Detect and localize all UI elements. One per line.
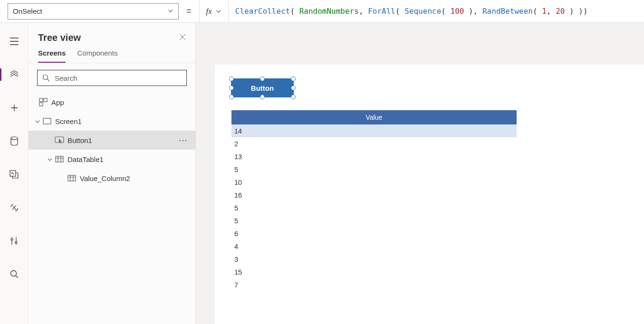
tree-node-app[interactable]: App [29, 93, 195, 112]
table-body: 142135101655643157 [231, 124, 517, 291]
resize-handle-w[interactable] [229, 86, 234, 90]
data-icon[interactable] [0, 131, 29, 151]
formula-token: ( [395, 7, 404, 16]
canvas-screen[interactable]: Button Value 142135101655643157 [215, 65, 644, 324]
property-dropdown[interactable]: OnSelect [8, 3, 179, 19]
table-row[interactable]: 13 [231, 150, 517, 163]
property-name: OnSelect [13, 7, 42, 15]
formula-token: ForAll [368, 7, 395, 16]
formula-token: ( [441, 7, 450, 16]
table-row[interactable]: 4 [231, 240, 517, 253]
formula-token: ) )) [565, 7, 587, 16]
resize-handle-s[interactable] [260, 95, 265, 99]
svg-rect-7 [44, 98, 47, 102]
hamburger-icon[interactable] [0, 31, 29, 51]
tree-node-value-column[interactable]: Value_Column2 [29, 169, 195, 188]
table-row[interactable]: 6 [231, 227, 517, 240]
resize-handle-se[interactable] [291, 95, 296, 99]
tree-view-icon[interactable] [0, 65, 29, 85]
chevron-down-icon[interactable] [46, 155, 54, 163]
table-row[interactable]: 14 [231, 124, 517, 137]
table-row[interactable]: 5 [231, 201, 517, 214]
table-row[interactable]: 7 [231, 278, 517, 291]
tree-node-label: Value_Column2 [80, 174, 188, 182]
table-icon [54, 156, 65, 162]
svg-rect-8 [39, 103, 43, 106]
table-row[interactable]: 2 [231, 137, 517, 150]
formula-token: ), [464, 7, 482, 16]
formula-token: ( [290, 7, 299, 16]
resize-handle-e[interactable] [291, 86, 296, 90]
tree-node-label: Button1 [67, 136, 179, 144]
formula-token: , [359, 7, 368, 16]
tree-view-panel: Tree view Screens Components App [29, 23, 196, 324]
tree-node-screen1[interactable]: Screen1 [29, 112, 195, 131]
svg-rect-12 [68, 175, 76, 181]
formula-token: 20 [556, 7, 565, 16]
formula-token: 1 [542, 7, 547, 16]
table-row[interactable]: 16 [231, 189, 517, 201]
table-row[interactable]: 5 [231, 214, 517, 227]
chevron-down-icon [216, 9, 221, 14]
tab-screens[interactable]: Screens [38, 49, 66, 63]
search-text[interactable] [55, 74, 182, 82]
search-icon [42, 74, 50, 82]
tree-node-button1[interactable]: Button1 ··· [29, 131, 195, 150]
chevron-down-icon[interactable] [33, 117, 42, 125]
tree-node-label: DataTable1 [67, 155, 188, 163]
variables-icon[interactable] [0, 198, 29, 218]
more-icon[interactable]: ··· [179, 136, 188, 144]
formula-bar: OnSelect = fx ClearCollect( RandomNumber… [0, 0, 644, 23]
tree-node-label: App [51, 98, 188, 106]
svg-point-0 [11, 137, 18, 140]
svg-rect-9 [43, 118, 51, 124]
table-row[interactable]: 10 [231, 176, 517, 189]
button-icon [54, 136, 65, 144]
chevron-down-icon [168, 7, 173, 15]
fx-icon: fx [206, 7, 212, 16]
app-icon [38, 98, 48, 106]
selected-control[interactable]: Button [231, 79, 293, 97]
tree-node-datatable1[interactable]: DataTable1 [29, 150, 195, 169]
resize-handle-sw[interactable] [229, 95, 234, 99]
resize-handle-ne[interactable] [291, 76, 296, 81]
table-row[interactable]: 5 [231, 163, 517, 176]
tab-components[interactable]: Components [77, 49, 117, 63]
search-input[interactable] [37, 70, 187, 86]
insert-icon[interactable] [0, 98, 29, 118]
formula-token: ( [533, 7, 542, 16]
tree-node-label: Screen1 [55, 117, 188, 125]
svg-point-2 [11, 238, 13, 240]
search-icon[interactable] [0, 264, 29, 284]
close-icon[interactable] [179, 34, 186, 42]
equals-label: = [179, 6, 199, 16]
formula-token: ClearCollect [235, 7, 290, 16]
resize-handle-nw[interactable] [229, 76, 234, 81]
media-icon[interactable] [0, 164, 29, 184]
column-icon [67, 175, 77, 181]
left-rail [0, 23, 29, 324]
table-row[interactable]: 3 [231, 253, 517, 266]
tree-title: Tree view [38, 32, 81, 43]
formula-input[interactable]: ClearCollect( RandomNumbers, ForAll( Seq… [229, 0, 644, 22]
settings-icon[interactable] [0, 231, 29, 251]
svg-point-4 [10, 271, 16, 276]
formula-token: Sequence [404, 7, 441, 16]
formula-token: 100 [451, 7, 464, 16]
table-row[interactable]: 15 [231, 266, 517, 278]
data-table[interactable]: Value 142135101655643157 [231, 110, 517, 291]
svg-rect-11 [56, 156, 63, 162]
fx-dropdown[interactable]: fx [199, 0, 229, 22]
table-header[interactable]: Value [231, 110, 517, 124]
screen-icon [42, 118, 52, 124]
resize-handle-n[interactable] [260, 76, 265, 81]
svg-point-5 [43, 75, 48, 80]
svg-point-3 [15, 241, 17, 243]
formula-token: , [547, 7, 556, 16]
formula-token: RandBetween [482, 7, 533, 16]
formula-token: RandomNumbers [299, 7, 359, 16]
canvas-area[interactable]: Button Value 142135101655643157 [196, 23, 644, 324]
svg-rect-6 [39, 98, 43, 102]
